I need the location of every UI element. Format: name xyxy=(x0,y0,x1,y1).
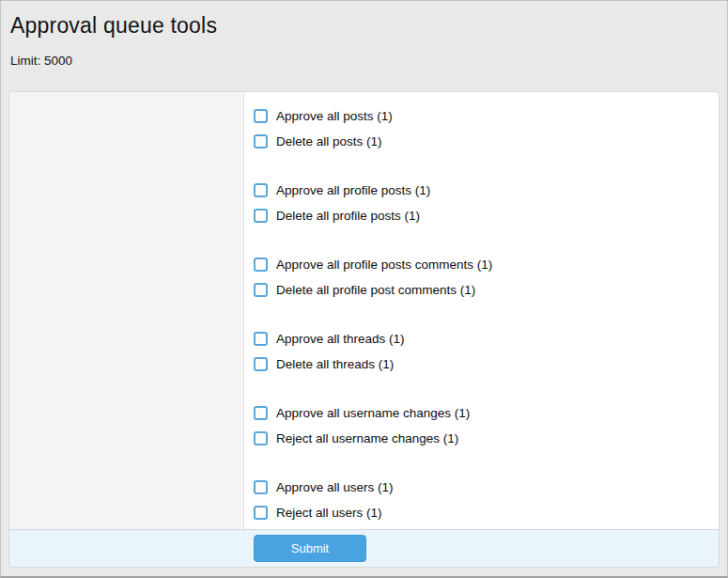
submit-button[interactable]: Submit xyxy=(254,535,366,562)
checkbox[interactable] xyxy=(254,480,268,494)
checkbox-row[interactable]: Approve all users (1) xyxy=(254,475,709,500)
checkbox-group-users: Approve all users (1) Reject all users (… xyxy=(254,475,709,525)
checkbox-row[interactable]: Delete all profile posts (1) xyxy=(254,203,709,228)
checkbox[interactable] xyxy=(254,183,268,197)
checkbox-row[interactable]: Delete all profile post comments (1) xyxy=(254,277,709,303)
checkbox-group-username-changes: Approve all username changes (1) Reject … xyxy=(254,400,709,451)
checkbox-row[interactable]: Approve all threads (1) xyxy=(254,326,709,351)
checkbox-row[interactable]: Approve all profile posts comments (1) xyxy=(254,252,709,277)
page-header: Approval queue tools Limit: 5000 xyxy=(1,1,727,69)
checkbox-label: Reject all users (1) xyxy=(276,505,382,521)
label-column xyxy=(9,92,244,529)
checkbox-label: Delete all profile post comments (1) xyxy=(276,282,475,298)
checkbox-row[interactable]: Approve all posts (1) xyxy=(254,103,709,129)
checkbox-label: Approve all profile posts comments (1) xyxy=(276,257,492,273)
form-body: Approve all posts (1) Delete all posts (… xyxy=(9,92,719,529)
checkbox-label: Delete all profile posts (1) xyxy=(276,208,420,224)
checkbox[interactable] xyxy=(254,357,268,371)
checkbox-label: Reject all username changes (1) xyxy=(276,430,458,446)
checkbox-row[interactable]: Approve all username changes (1) xyxy=(254,400,709,426)
checkbox-label: Delete all threads (1) xyxy=(276,356,394,372)
form-footer: Submit xyxy=(9,529,719,567)
checkbox-group-posts: Approve all posts (1) Delete all posts (… xyxy=(254,103,709,154)
checkbox-row[interactable]: Approve all profile posts (1) xyxy=(254,178,709,203)
checkbox[interactable] xyxy=(254,406,268,420)
checkbox-label: Approve all posts (1) xyxy=(276,108,393,124)
limit-label: Limit: 5000 xyxy=(10,54,718,69)
checkbox-label: Approve all profile posts (1) xyxy=(276,182,430,198)
approval-queue-tools-page: Approval queue tools Limit: 5000 Approve… xyxy=(0,0,728,578)
checkbox-label: Approve all users (1) xyxy=(276,479,394,495)
checkbox-row[interactable]: Reject all username changes (1) xyxy=(254,426,709,451)
checkbox-row[interactable]: Delete all threads (1) xyxy=(254,351,709,377)
checkbox[interactable] xyxy=(254,332,268,346)
checkbox-label: Delete all posts (1) xyxy=(276,133,382,149)
checkbox-group-profile-posts: Approve all profile posts (1) Delete all… xyxy=(254,178,709,228)
checkbox[interactable] xyxy=(254,431,268,445)
checkbox[interactable] xyxy=(254,209,268,223)
checkbox-group-threads: Approve all threads (1) Delete all threa… xyxy=(254,326,709,377)
page-title: Approval queue tools xyxy=(10,13,718,39)
checkbox-group-profile-post-comments: Approve all profile posts comments (1) D… xyxy=(254,252,709,303)
checkbox-label: Approve all username changes (1) xyxy=(276,405,470,421)
checkbox[interactable] xyxy=(254,134,268,148)
checkbox[interactable] xyxy=(254,258,268,272)
checkbox[interactable] xyxy=(254,109,268,123)
checkbox-label: Approve all threads (1) xyxy=(276,331,405,347)
checkbox-row[interactable]: Reject all users (1) xyxy=(254,500,709,525)
checkbox-row[interactable]: Delete all posts (1) xyxy=(254,129,709,154)
checkbox-column: Approve all posts (1) Delete all posts (… xyxy=(244,92,719,529)
form-panel: Approve all posts (1) Delete all posts (… xyxy=(8,91,720,568)
checkbox[interactable] xyxy=(254,283,268,297)
checkbox[interactable] xyxy=(254,506,268,520)
